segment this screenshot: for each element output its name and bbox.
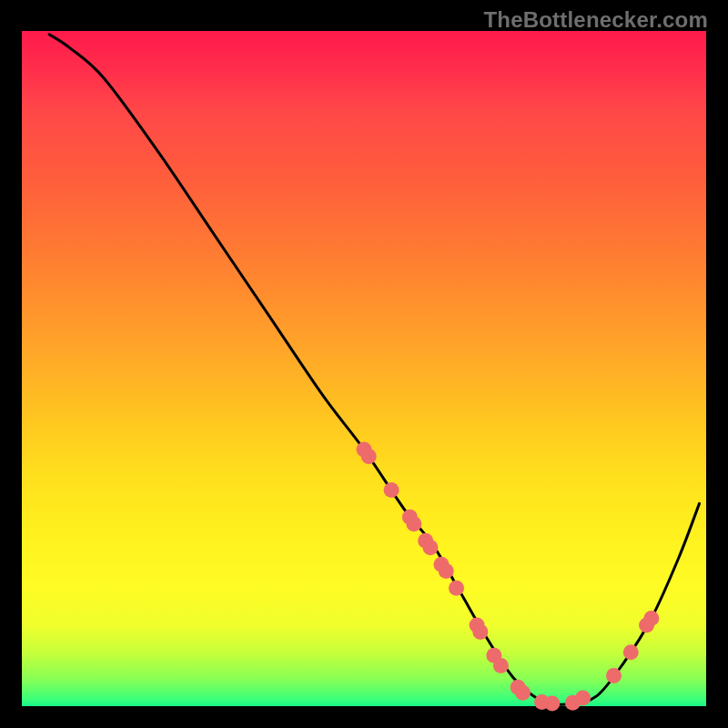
data-point	[575, 691, 591, 706]
chart-frame: TheBottlenecker.com	[0, 0, 728, 728]
data-point	[493, 658, 509, 673]
data-point	[439, 563, 454, 579]
data-point	[606, 668, 622, 683]
data-point	[361, 449, 377, 464]
data-point	[472, 624, 488, 640]
data-point	[406, 516, 421, 531]
plot-area	[22, 31, 706, 706]
data-point	[623, 644, 639, 660]
chart-svg	[22, 31, 706, 706]
data-point	[384, 482, 399, 498]
data-point	[544, 696, 560, 712]
data-point	[422, 540, 438, 555]
data-point	[643, 611, 659, 626]
data-point	[515, 685, 531, 701]
watermark-text: TheBottlenecker.com	[483, 7, 708, 33]
curve-line	[49, 35, 699, 705]
data-point	[449, 581, 464, 596]
